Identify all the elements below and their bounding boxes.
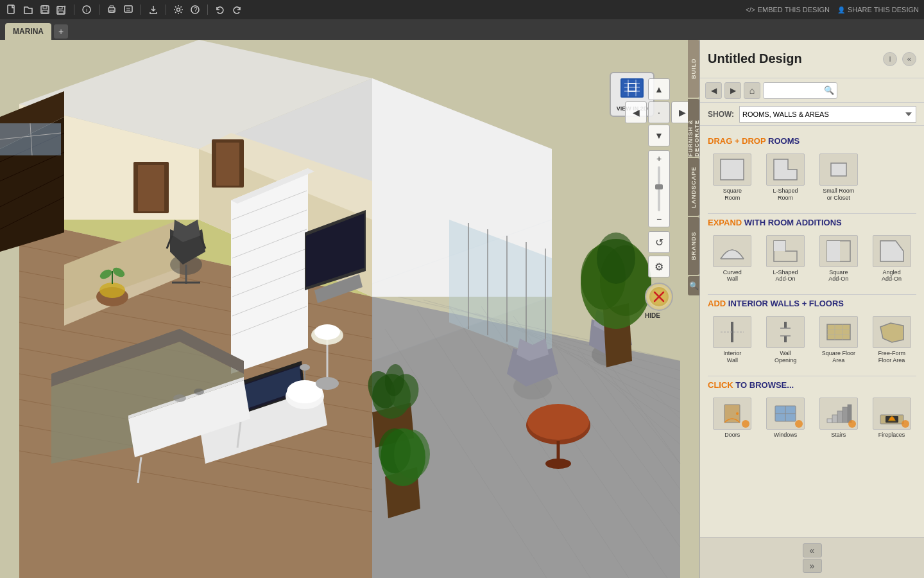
doors-icon[interactable] xyxy=(713,398,751,430)
square-addon-item[interactable]: SquareAdd-On xyxy=(814,232,864,286)
nav-down-button[interactable]: ▼ xyxy=(648,125,670,146)
interior-wall-item[interactable]: InteriorWall xyxy=(708,313,757,367)
landscape-tab[interactable]: LANDSCAPE xyxy=(688,158,699,216)
zoom-in-button[interactable]: + xyxy=(656,153,662,164)
angled-addon-icon[interactable] xyxy=(873,235,911,267)
zoom-track[interactable] xyxy=(658,166,660,211)
share-button[interactable]: 👤 SHARE THIS DESIGN xyxy=(837,6,919,13)
panel-home-button[interactable]: ⌂ xyxy=(744,82,760,99)
zoom-thumb[interactable] xyxy=(655,184,663,189)
settings-button[interactable]: ⚙ xyxy=(648,256,670,277)
stairs-icon[interactable] xyxy=(819,398,858,430)
floor-area-label: Square FloorArea xyxy=(822,350,855,364)
search-tab[interactable]: 🔍 xyxy=(688,276,699,295)
marina-tab[interactable]: MARINA xyxy=(5,23,51,40)
panel-info-button[interactable]: i xyxy=(883,52,897,66)
open-file-icon[interactable] xyxy=(22,3,35,16)
svg-rect-170 xyxy=(827,241,840,261)
expand-section-title: EXPAND WITH ROOM ADDITIONS xyxy=(708,218,916,227)
saveas-icon[interactable]: + xyxy=(55,3,68,16)
direction-controls: ▲ ◀ · ▶ ▼ xyxy=(625,78,693,146)
svg-marker-164 xyxy=(774,159,797,180)
square-room-item[interactable]: SquareRoom xyxy=(708,151,757,204)
help-icon[interactable]: ? xyxy=(189,3,201,16)
svg-point-185 xyxy=(736,412,739,415)
panel-search-input[interactable] xyxy=(766,87,824,94)
svg-rect-191 xyxy=(837,411,843,423)
info-icon[interactable]: i xyxy=(80,3,93,16)
zoom-out-button[interactable]: − xyxy=(656,214,662,224)
svg-marker-171 xyxy=(880,241,903,261)
freeform-icon[interactable] xyxy=(873,316,911,348)
panel-forward-button[interactable]: ▶ xyxy=(724,82,741,99)
reset-rotation-button[interactable]: ↺ xyxy=(648,231,670,253)
panel-collapse-button[interactable]: « xyxy=(902,52,916,66)
small-room-item[interactable]: Small Roomor Closet xyxy=(814,151,864,204)
add-tab-button[interactable]: + xyxy=(54,24,68,39)
hide-button[interactable] xyxy=(645,283,673,311)
freeform-label: Free-FormFloor Area xyxy=(878,350,905,364)
stairs-item[interactable]: Stairs xyxy=(814,395,864,441)
svg-point-121 xyxy=(527,404,589,440)
embed-button[interactable]: </> EMBED THIS DESIGN xyxy=(746,6,830,13)
l-shaped-addon-item[interactable]: L-ShapedAdd-On xyxy=(761,232,810,286)
nav-up-button[interactable]: ▲ xyxy=(648,78,670,100)
furnish-tab[interactable]: FURNISH & DECORATE xyxy=(688,99,699,157)
build-tab[interactable]: BUILD xyxy=(688,40,699,98)
redo-icon[interactable] xyxy=(230,3,243,16)
nav-left-button[interactable]: ◀ xyxy=(625,101,647,123)
right-panel: BUILD FURNISH & DECORATE LANDSCAPE BRAND… xyxy=(699,40,924,578)
panel-back-button[interactable]: ◀ xyxy=(705,82,722,99)
sep4 xyxy=(166,4,166,15)
fireplaces-item[interactable]: Fireplaces xyxy=(867,395,916,441)
floor-area-item[interactable]: Square FloorArea xyxy=(814,313,864,367)
doors-item[interactable]: Doors xyxy=(708,395,757,441)
save-icon[interactable] xyxy=(38,3,51,16)
square-addon-label: SquareAdd-On xyxy=(828,269,848,283)
panel-expand-down-button[interactable]: » xyxy=(803,559,822,573)
settings-icon[interactable] xyxy=(172,3,185,16)
undo-icon[interactable] xyxy=(214,3,227,16)
svg-point-123 xyxy=(545,459,571,469)
nav-center-button[interactable]: · xyxy=(648,101,670,123)
wall-opening-icon[interactable] xyxy=(766,316,805,348)
canvas-area[interactable]: VIEW IN 2D ▲ ◀ · ▶ ▼ + − xyxy=(0,40,699,578)
panel-search-box[interactable]: 🔍 xyxy=(763,82,837,99)
divider3 xyxy=(708,376,916,376)
angled-addon-item[interactable]: AngledAdd-On xyxy=(867,232,916,286)
curved-wall-item[interactable]: CurvedWall xyxy=(708,232,757,286)
l-shaped-room-item[interactable]: L-ShapedRoom xyxy=(761,151,810,204)
small-room-icon[interactable] xyxy=(819,153,858,186)
panel-collapse-up-button[interactable]: « xyxy=(803,543,822,557)
svg-rect-189 xyxy=(827,419,832,423)
export-icon[interactable] xyxy=(147,3,160,16)
brands-tab[interactable]: BRANDS xyxy=(688,217,699,275)
new-file-icon[interactable] xyxy=(5,3,18,16)
square-room-icon[interactable] xyxy=(713,153,751,186)
l-shaped-addon-icon[interactable] xyxy=(766,235,805,267)
show-select[interactable]: ROOMS, WALLS & AREAS FURNITURE ALL xyxy=(739,106,916,123)
svg-rect-58 xyxy=(216,143,239,186)
print2-icon[interactable] xyxy=(122,3,135,16)
print-icon[interactable] xyxy=(105,3,118,16)
l-shaped-room-icon[interactable] xyxy=(766,153,805,186)
freeform-item[interactable]: Free-FormFloor Area xyxy=(867,313,916,367)
square-addon-icon[interactable] xyxy=(819,235,858,267)
fireplaces-icon[interactable] xyxy=(873,398,911,430)
curved-wall-icon[interactable] xyxy=(713,235,751,267)
search-icon[interactable]: 🔍 xyxy=(824,85,834,95)
svg-rect-190 xyxy=(832,415,837,423)
floor-area-icon[interactable] xyxy=(819,316,858,348)
main-area: VIEW IN 2D ▲ ◀ · ▶ ▼ + − xyxy=(0,40,924,578)
windows-item[interactable]: Windows xyxy=(761,395,810,441)
hide-label: HIDE xyxy=(645,312,673,319)
zoom-slider[interactable]: + − xyxy=(648,150,670,227)
hide-container: HIDE xyxy=(645,283,673,319)
wall-opening-item[interactable]: WallOpening xyxy=(761,313,810,367)
windows-icon[interactable] xyxy=(766,398,805,430)
svg-point-143 xyxy=(316,377,339,390)
room-3d-view[interactable] xyxy=(0,40,699,578)
svg-rect-0 xyxy=(8,5,14,13)
interior-wall-icon[interactable] xyxy=(713,316,751,348)
divider1 xyxy=(708,213,916,214)
